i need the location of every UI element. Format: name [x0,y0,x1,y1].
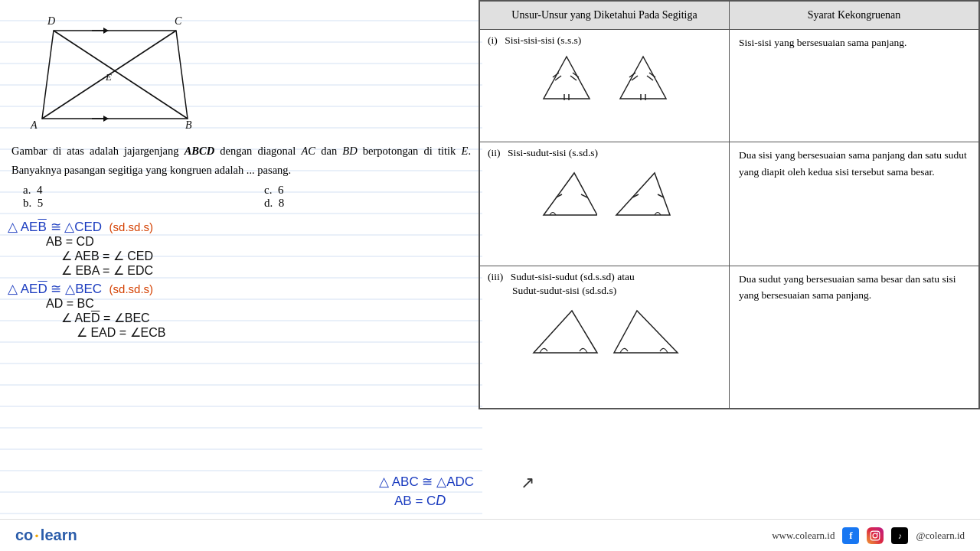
sas-triangles [488,162,721,226]
solution-line-8: ∠ EAD = ∠ECB [77,325,475,340]
bottom-bar: co · learn www.colearn.id f ♪ @colearn.i… [0,519,980,551]
svg-rect-36 [871,531,880,540]
choices-grid: a. 4 c. 6 b. 5 d. 8 [0,181,482,213]
sss-triangle-2 [612,53,674,103]
table-row-2: (ii) Sisi-sudut-sisi (s.sd.s) [480,142,979,266]
table-header-1: Unsur-Unsur yang Diketahui Pada Segitiga [480,2,730,30]
congruence-table: Unsur-Unsur yang Diketahui Pada Segitiga… [479,1,979,409]
svg-point-37 [873,533,877,538]
table-cell-desc-2: Dua sisi yang bersesuaian sama panjang d… [730,142,979,266]
svg-text:E: E [105,71,112,83]
svg-text:A: A [30,119,38,131]
geometry-figure: D C B A E [15,8,214,142]
solution-line-10: AB = CD [394,493,474,509]
table-cell-condition-3: (iii) Sudut-sisi-sudut (sd.s.sd) atau Su… [480,266,730,408]
sas-triangle-2 [612,165,674,223]
table-row-3: (iii) Sudut-sisi-sudut (sd.s.sd) atau Su… [480,266,979,408]
asa-triangle-2 [610,303,679,360]
choice-b: b. 5 [23,197,218,210]
table-row-1: (i) Sisi-sisi-sisi (s.s.s) [480,30,979,142]
cursor-indicator: ↗ [521,473,534,493]
solution-continuation: △ ABC ≅ △ADC AB = CD [379,474,474,509]
row1-index: (i) [488,34,498,46]
svg-line-3 [54,31,188,119]
asa-triangle-1 [530,303,599,360]
row1-condition: Sisi-sisi-sisi (s.s.s) [505,34,581,46]
solution-line-1: △ AEB ≅ △CED (sd.sd.s) [8,219,475,235]
congruence-table-container: Unsur-Unsur yang Diketahui Pada Segitiga… [479,0,980,409]
problem-text-block: Gambar di atas adalah jajargenjang ABCD … [8,142,475,179]
solution-line-9: △ ABC ≅ △ADC [379,474,474,490]
svg-marker-14 [544,57,590,99]
website-url: www.colearn.id [772,530,835,542]
svg-marker-6 [103,116,109,122]
tiktok-icon: ♪ [891,527,908,544]
svg-text:B: B [185,119,192,131]
table-cell-desc-1: Sisi-sisi yang bersesuaian sama panjang. [730,30,979,142]
logo-learn: learn [41,527,77,544]
svg-text:C: C [175,15,182,27]
sss-triangle-1 [536,53,597,103]
sss-triangles [488,50,721,106]
svg-line-25 [647,76,653,80]
svg-marker-35 [614,311,678,353]
svg-line-18 [570,76,577,80]
solution-line-6: AD = BC [46,297,475,311]
main-container: D C B A E Gambar di atas adalah jajargen… [0,0,980,551]
row2-index: (ii) [488,147,501,158]
solution-line-3: ∠ AEB = ∠ CED [61,249,475,263]
sas-triangle-1 [536,165,597,223]
row2-condition: Sisi-sudut-sisi (s.sd.s) [508,147,598,158]
table-cell-desc-3: Dua sudut yang bersesuaian sama besar da… [730,266,979,408]
choice-c: c. 6 [264,184,459,197]
table-cell-condition-2: (ii) Sisi-sudut-sisi (s.sd.s) [480,142,730,266]
solution-line-4: ∠ EBA = ∠ EDC [61,263,475,278]
colearn-logo: co · learn [15,526,77,546]
footer-right: www.colearn.id f ♪ @colearn.id [772,527,965,544]
svg-marker-28 [544,173,597,215]
logo-dot: · [34,526,39,546]
solution-line-5: △ AED ≅ △BEC (sd.sd.s) [8,281,475,297]
svg-marker-8 [103,28,109,34]
choice-d: d. 8 [264,197,459,210]
svg-marker-34 [534,311,597,353]
instagram-icon [867,527,884,544]
svg-text:D: D [47,15,55,27]
row3-condition2: Sudut-sudut-sisi (sd.sd.s) [512,285,721,297]
svg-point-38 [877,532,879,533]
logo-co: co [15,527,33,544]
svg-marker-21 [620,57,666,99]
solution-line-7: ∠ AED = ∠BEC [61,311,475,325]
solution-line-2: AB = CD [46,235,475,249]
parallelogram-svg: D C B A E [15,8,214,142]
table-header-2: Syarat Kekongruenan [730,2,979,30]
choice-a: a. 4 [23,184,218,197]
left-panel: D C B A E Gambar di atas adalah jajargen… [0,0,482,519]
svg-marker-2 [42,31,188,119]
facebook-icon: f [842,527,859,544]
solution-section-2: △ AED ≅ △BEC (sd.sd.s) AD = BC ∠ AED = ∠… [0,281,482,340]
svg-marker-31 [616,173,670,215]
table-cell-condition-1: (i) Sisi-sisi-sisi (s.s.s) [480,30,730,142]
row3-index: (iii) [488,271,503,282]
problem-text: Gambar di atas adalah jajargenjang ABCD … [11,142,471,179]
solution-section-1: △ AEB ≅ △CED (sd.sd.s) AB = CD ∠ AEB = ∠… [0,219,482,278]
social-handle: @colearn.id [916,530,965,542]
asa-triangles [488,300,721,364]
row3-condition: Sudut-sisi-sudut (sd.s.sd) atau [511,271,635,282]
